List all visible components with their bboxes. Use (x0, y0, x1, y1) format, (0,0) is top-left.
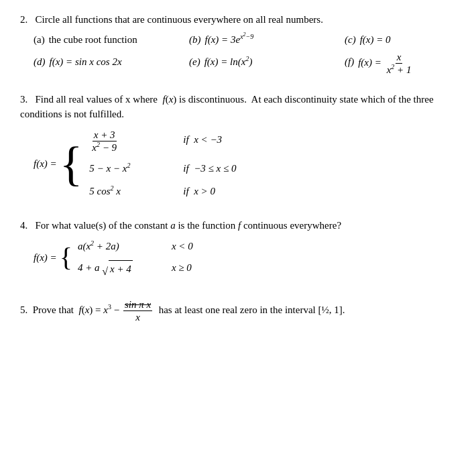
option-a-content: the cube root function (49, 34, 137, 46)
case-4-1-expr: a(x2 + 2a) (78, 238, 158, 254)
problem-3: 3. Find all real values of x where f(x) … (20, 92, 456, 199)
problem-4-piecewise: f(x) = { a(x2 + 2a) x < 0 4 + a √ x + 4 … (34, 238, 456, 277)
problem-4: 4. For what value(s) of the constant a i… (20, 218, 456, 278)
option-c-label: (c) (345, 34, 356, 46)
piecewise-case-2: 5 − x − x2 if −3 ≤ x ≤ 0 (89, 160, 236, 176)
option-f-label: (f) (345, 56, 354, 68)
option-a: (a) the cube root function (34, 34, 168, 46)
case-4-2-expr: 4 + a √ x + 4 (78, 260, 158, 277)
option-f-content: f(x) = x x2 + 1 (358, 51, 414, 76)
option-b-content: f(x) = 3ex2−9 (205, 34, 254, 46)
problem-2-number: 2. (20, 14, 27, 25)
piecewise-4-case-2: 4 + a √ x + 4 x ≥ 0 (78, 260, 193, 277)
problem-5-header: 5. Prove that f(x) = x3 − sin π x x has … (20, 298, 456, 323)
option-e: (e) f(x) = ln(x2) (189, 56, 323, 68)
case-2-cond: if −3 ≤ x ≤ 0 (183, 160, 236, 176)
option-d: (d) f(x) = sin x cos 2x (34, 56, 168, 68)
problem-3-number: 3. (20, 94, 27, 105)
case-3-cond: if x > 0 (183, 183, 215, 199)
problem-3-piecewise: f(x) = { x + 3 x2 − 9 if x < −3 5 − x − … (34, 129, 456, 199)
option-c: (c) f(x) = 0 (345, 34, 459, 46)
case-1-expr: x + 3 x2 − 9 (89, 129, 170, 154)
piecewise-4-case-1: a(x2 + 2a) x < 0 (78, 238, 193, 254)
option-b: (b) f(x) = 3ex2−9 (189, 34, 323, 46)
case-4-1-cond: x < 0 (172, 238, 193, 254)
option-a-label: (a) (34, 34, 45, 46)
problem-4-number: 4. (20, 220, 27, 231)
problem-2-header: 2. Circle all functions that are continu… (20, 12, 456, 27)
case-4-2-cond: x ≥ 0 (172, 260, 192, 276)
piecewise-3-brace: { (60, 139, 83, 188)
option-d-label: (d) (34, 56, 46, 68)
option-c-content: f(x) = 0 (360, 34, 391, 46)
option-b-label: (b) (189, 34, 201, 46)
piecewise-3-cases: x + 3 x2 − 9 if x < −3 5 − x − x2 if −3 … (89, 129, 236, 199)
option-d-content: f(x) = sin x cos 2x (50, 56, 122, 68)
problem-2: 2. Circle all functions that are continu… (20, 12, 456, 76)
problem-2-row1: (a) the cube root function (b) f(x) = 3e… (20, 34, 456, 46)
option-e-label: (e) (189, 56, 200, 68)
case-2-expr: 5 − x − x2 (89, 160, 170, 176)
problem-3-header: 3. Find all real values of x where f(x) … (20, 92, 456, 122)
piecewise-case-3: 5 cos2 x if x > 0 (89, 183, 236, 199)
case-3-expr: 5 cos2 x (89, 183, 170, 199)
problem-4-header: 4. For what value(s) of the constant a i… (20, 218, 456, 233)
case-1-cond: if x < −3 (183, 131, 222, 148)
piecewise-case-1: x + 3 x2 − 9 if x < −3 (89, 129, 236, 154)
piecewise-3-label: f(x) = (34, 158, 57, 170)
problem-2-row2: (d) f(x) = sin x cos 2x (e) f(x) = ln(x2… (20, 51, 456, 76)
piecewise-4-brace: { (60, 244, 72, 271)
problem-5: 5. Prove that f(x) = x3 − sin π x x has … (20, 298, 456, 323)
piecewise-4-cases: a(x2 + 2a) x < 0 4 + a √ x + 4 x ≥ 0 (78, 238, 193, 277)
piecewise-4-label: f(x) = (34, 252, 57, 264)
option-e-content: f(x) = ln(x2) (204, 56, 253, 68)
problem-5-number: 5. (20, 304, 27, 315)
option-f: (f) f(x) = x x2 + 1 (345, 51, 459, 76)
